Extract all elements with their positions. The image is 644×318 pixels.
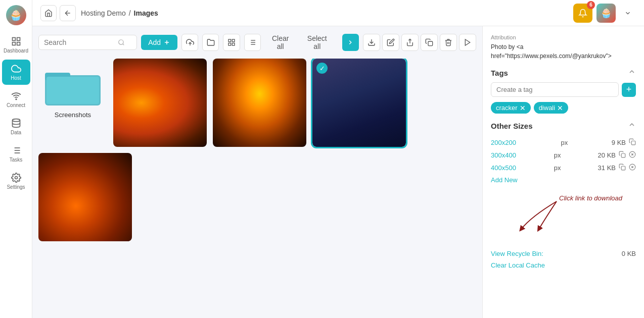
topbar: Hosting Demo / Images 6 🧁	[32, 0, 644, 26]
folder-button[interactable]	[202, 34, 219, 51]
folder-item-screenshots[interactable]: Screenshots	[38, 59, 107, 147]
size-copy-button-300[interactable]	[619, 151, 626, 160]
image-thumb-diyas[interactable]	[38, 153, 132, 241]
sidebar-item-data[interactable]: Data	[2, 114, 30, 139]
tag-label-diwali: diwali	[539, 104, 556, 112]
play-icon	[464, 38, 472, 46]
size-link-200[interactable]: 200x200	[491, 139, 516, 146]
attribution-section: Attribution Photo by <a href="https://ww…	[491, 34, 636, 61]
panel-toggle-button[interactable]	[342, 34, 359, 51]
add-button[interactable]: Add	[141, 35, 177, 50]
sidebar-label-dashboard: Dashboard	[4, 48, 28, 54]
svg-line-15	[123, 44, 124, 45]
svg-rect-20	[232, 39, 235, 42]
clear-cache-label: Clear Local Cache	[491, 261, 545, 269]
copy-icon	[425, 38, 433, 46]
select-all-button[interactable]: Select all	[300, 32, 334, 52]
edit-button[interactable]	[382, 34, 399, 51]
selected-badge: ✓	[316, 63, 328, 74]
size-value-300: 20 KB	[598, 151, 616, 159]
breadcrumb-separator: /	[129, 9, 131, 17]
sidebar-item-dashboard[interactable]: Dashboard	[2, 32, 30, 58]
size-delete-button-300[interactable]	[629, 151, 636, 160]
svg-rect-3	[17, 42, 20, 45]
add-new-size-link[interactable]: Add New	[491, 176, 518, 184]
sidebar-label-host: Host	[11, 75, 21, 81]
svg-rect-36	[631, 141, 635, 145]
notifications-button[interactable]: 6	[573, 4, 592, 23]
svg-rect-41	[621, 166, 625, 170]
image-thumb-woman[interactable]	[213, 59, 306, 147]
sidebar-item-settings[interactable]: Settings	[2, 169, 30, 194]
search-icon	[118, 39, 125, 46]
svg-rect-19	[228, 39, 231, 42]
grid-view-button[interactable]	[223, 34, 240, 51]
search-input[interactable]	[44, 38, 115, 46]
breadcrumb-parent: Hosting Demo	[81, 9, 126, 17]
tasks-icon	[11, 145, 21, 155]
topbar-nav	[40, 5, 76, 21]
home-button[interactable]	[40, 5, 57, 21]
size-link-300[interactable]: 300x400	[491, 151, 516, 159]
other-sizes-toggle-button[interactable]	[628, 121, 636, 131]
svg-rect-2	[12, 42, 15, 45]
clear-all-button[interactable]: Clear all	[265, 32, 296, 52]
image-woman	[213, 59, 306, 147]
app-logo[interactable]: 🧁	[6, 5, 26, 25]
chevron-right-icon	[347, 39, 354, 46]
edit-icon	[387, 38, 395, 46]
size-unit-400: px	[554, 164, 561, 172]
content-area: Add Clear all Select all	[32, 26, 644, 318]
size-copy-button-200[interactable]	[629, 138, 636, 147]
tag-input[interactable]	[491, 82, 619, 97]
broadcast-icon	[11, 91, 21, 101]
svg-rect-0	[12, 38, 15, 41]
tag-add-button[interactable]: +	[622, 83, 636, 97]
tag-chip-diwali: diwali ✕	[534, 102, 569, 114]
x-circle-icon	[629, 151, 636, 158]
tags-header: Tags	[491, 68, 636, 78]
play-button[interactable]	[459, 34, 476, 51]
annotation-container: Click link to download	[491, 191, 636, 237]
size-link-400[interactable]: 400x500	[491, 164, 516, 172]
sidebar-item-tasks[interactable]: Tasks	[2, 141, 30, 167]
annotation-svg: Click link to download	[491, 191, 632, 237]
download-button[interactable]	[363, 34, 380, 51]
clear-cache-link[interactable]: Clear Local Cache	[491, 259, 636, 271]
back-button[interactable]	[60, 5, 76, 21]
breadcrumb-current: Images	[134, 9, 158, 17]
svg-point-5	[12, 119, 20, 122]
folder-icon	[207, 38, 215, 46]
image-thumb-man[interactable]: ✓	[312, 59, 406, 147]
delete-button[interactable]	[440, 34, 457, 51]
recycle-bin-link[interactable]: View Recycle Bin: 0 KB	[491, 248, 636, 259]
size-delete-button-400[interactable]	[629, 164, 636, 172]
svg-rect-35	[47, 77, 99, 104]
folder-label-screenshots: Screenshots	[55, 111, 91, 119]
tags-section: Tags + cracker ✕ diwali ✕	[491, 68, 636, 114]
file-grid: Screenshots ✓	[38, 59, 476, 241]
tags-title: Tags	[491, 69, 508, 77]
tag-remove-diwali[interactable]: ✕	[557, 104, 563, 112]
sidebar-item-connect[interactable]: Connect	[2, 87, 30, 112]
file-manager: Add Clear all Select all	[32, 26, 482, 318]
share-button[interactable]	[401, 34, 419, 51]
size-unit-300: px	[554, 151, 561, 159]
chevron-up-icon	[628, 68, 636, 76]
user-avatar[interactable]: 🧁	[596, 4, 616, 23]
sidebar-label-data: Data	[11, 130, 21, 135]
sidebar: 🧁 Dashboard Host Connect Data Tasks Sett…	[0, 0, 32, 318]
size-copy-button-400[interactable]	[619, 164, 626, 172]
sort-button[interactable]	[244, 34, 261, 51]
upload-button[interactable]	[181, 34, 198, 51]
size-row-400: 400x500 px 31 KB	[491, 162, 636, 174]
download-icon	[367, 38, 376, 46]
user-menu-button[interactable]	[620, 5, 636, 21]
sidebar-label-settings: Settings	[7, 184, 25, 190]
sidebar-item-host[interactable]: Host	[2, 60, 30, 85]
tags-toggle-button[interactable]	[628, 68, 636, 78]
search-box[interactable]	[38, 35, 137, 50]
copy-button[interactable]	[421, 34, 438, 51]
image-thumb-candles[interactable]	[113, 59, 207, 147]
tag-remove-cracker[interactable]: ✕	[520, 104, 526, 112]
